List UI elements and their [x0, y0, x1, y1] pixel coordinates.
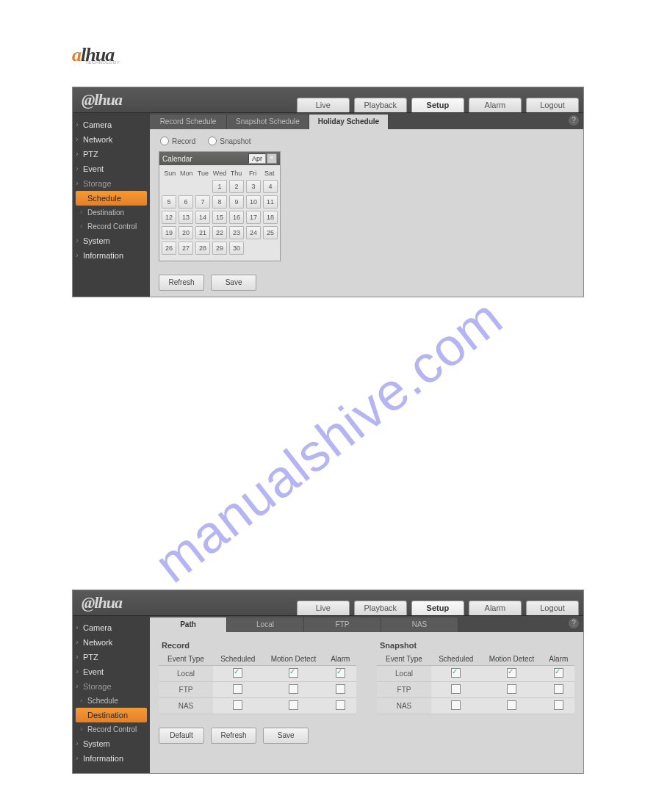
calendar-day[interactable]: 10: [246, 195, 261, 209]
tab-ftp[interactable]: FTP: [304, 617, 381, 632]
calendar-day[interactable]: 3: [246, 180, 261, 193]
checkbox[interactable]: [336, 684, 345, 694]
checkbox[interactable]: [233, 700, 242, 710]
sidebar-item-schedule[interactable]: Schedule: [76, 191, 147, 206]
nav-live[interactable]: Live: [297, 98, 350, 112]
table-header: Alarm: [325, 653, 356, 666]
save-button-2[interactable]: Save: [263, 728, 309, 744]
calendar-day[interactable]: 16: [229, 211, 244, 224]
sidebar2-item-event[interactable]: Event: [73, 664, 150, 679]
calendar-day[interactable]: 15: [212, 211, 227, 224]
calendar-day[interactable]: 29: [212, 242, 227, 255]
calendar-day[interactable]: 20: [179, 226, 193, 239]
checkbox[interactable]: [233, 684, 242, 694]
content-path: Path Local FTP NAS ? Record Event TypeSc…: [150, 616, 583, 773]
checkbox[interactable]: [507, 700, 516, 710]
checkbox[interactable]: [507, 684, 516, 694]
sidebar-item-event[interactable]: Event: [73, 162, 150, 176]
checkbox[interactable]: [451, 684, 461, 694]
calendar-day[interactable]: 14: [195, 211, 210, 224]
checkbox[interactable]: [289, 668, 298, 678]
calendar-day[interactable]: 13: [179, 211, 193, 224]
nav-setup[interactable]: Setup: [411, 98, 464, 112]
sidebar2-item-schedule[interactable]: Schedule: [73, 694, 150, 708]
checkbox[interactable]: [233, 668, 242, 678]
tab-snapshot-schedule[interactable]: Snapshot Schedule: [227, 115, 309, 129]
help-icon-2[interactable]: ?: [569, 618, 579, 628]
calendar-day[interactable]: 8: [212, 195, 227, 209]
calendar-day[interactable]: 24: [246, 226, 261, 239]
nav-playback[interactable]: Playback: [354, 98, 407, 112]
save-button[interactable]: Save: [211, 275, 256, 291]
tab-record-schedule[interactable]: Record Schedule: [150, 115, 227, 129]
calendar-day[interactable]: 28: [195, 242, 210, 255]
sidebar-item-system[interactable]: System: [73, 233, 150, 248]
calendar-day[interactable]: 18: [263, 211, 278, 224]
refresh-button[interactable]: Refresh: [159, 275, 204, 291]
radio-record[interactable]: Record: [160, 137, 195, 145]
sidebar2-item-record-control[interactable]: Record Control: [73, 722, 150, 736]
calendar-day[interactable]: 27: [179, 242, 193, 255]
sidebar-item-record-control[interactable]: Record Control: [73, 220, 150, 233]
checkbox[interactable]: [554, 668, 563, 678]
checkbox[interactable]: [554, 684, 563, 694]
checkbox[interactable]: [336, 668, 345, 678]
calendar-day[interactable]: 2: [229, 180, 244, 193]
calendar-day[interactable]: 19: [162, 226, 176, 239]
calendar-day[interactable]: 5: [162, 195, 176, 209]
sidebar-item-camera[interactable]: Camera: [73, 117, 150, 132]
calendar-day[interactable]: 7: [195, 195, 210, 209]
checkbox[interactable]: [554, 700, 563, 710]
nav-playback-2[interactable]: Playback: [354, 601, 407, 615]
calendar-day[interactable]: 30: [229, 242, 244, 255]
tabbar-schedule: Record Schedule Snapshot Schedule Holida…: [150, 113, 583, 129]
calendar-day[interactable]: 23: [229, 226, 244, 239]
calendar-day[interactable]: 12: [162, 211, 176, 224]
tab-holiday-schedule[interactable]: Holiday Schedule: [309, 115, 389, 129]
calendar-day[interactable]: 22: [212, 226, 227, 239]
checkbox[interactable]: [289, 700, 298, 710]
sidebar2-item-camera[interactable]: Camera: [73, 620, 150, 635]
radio-snapshot[interactable]: Snapshot: [208, 137, 250, 145]
help-icon[interactable]: ?: [569, 115, 579, 126]
tab-path[interactable]: Path: [150, 617, 227, 632]
sidebar-item-storage[interactable]: Storage: [73, 176, 150, 191]
checkbox[interactable]: [507, 668, 516, 678]
nav-alarm[interactable]: Alarm: [469, 98, 522, 112]
tab-nas[interactable]: NAS: [381, 617, 458, 632]
refresh-button-2[interactable]: Refresh: [211, 728, 256, 744]
sidebar-item-network[interactable]: Network: [73, 132, 150, 147]
nav-logout-2[interactable]: Logout: [526, 601, 579, 615]
calendar-day[interactable]: 25: [263, 226, 278, 239]
calendar-day[interactable]: 4: [263, 180, 278, 193]
sidebar2-item-destination[interactable]: Destination: [76, 708, 147, 722]
sidebar2-item-ptz[interactable]: PTZ: [73, 650, 150, 664]
sidebar2-item-system[interactable]: System: [73, 736, 150, 751]
nav-setup-2[interactable]: Setup: [411, 601, 464, 615]
sidebar-item-information[interactable]: Information: [73, 248, 150, 263]
chevron-down-icon[interactable]: ▾: [267, 153, 277, 164]
checkbox[interactable]: [451, 668, 461, 678]
sidebar-item-ptz[interactable]: PTZ: [73, 147, 150, 162]
nav-alarm-2[interactable]: Alarm: [469, 601, 522, 615]
calendar-day[interactable]: 21: [195, 226, 210, 239]
nav-live-2[interactable]: Live: [297, 601, 350, 615]
checkbox[interactable]: [451, 700, 461, 710]
nav-logout[interactable]: Logout: [526, 98, 579, 112]
checkbox[interactable]: [336, 700, 345, 710]
calendar-day[interactable]: 6: [179, 195, 193, 209]
table-row: NAS: [159, 698, 356, 714]
default-button[interactable]: Default: [159, 728, 204, 744]
month-select[interactable]: Apr ▾: [248, 153, 277, 164]
sidebar-item-destination[interactable]: Destination: [73, 206, 150, 220]
calendar-day[interactable]: 1: [212, 180, 227, 193]
calendar-day[interactable]: 11: [263, 195, 278, 209]
sidebar2-item-storage[interactable]: Storage: [73, 679, 150, 694]
calendar-day[interactable]: 9: [229, 195, 244, 209]
calendar-day[interactable]: 26: [162, 242, 176, 255]
sidebar2-item-information[interactable]: Information: [73, 751, 150, 766]
calendar-day[interactable]: 17: [246, 211, 261, 224]
tab-local[interactable]: Local: [227, 617, 304, 632]
sidebar2-item-network[interactable]: Network: [73, 635, 150, 650]
checkbox[interactable]: [289, 684, 298, 694]
